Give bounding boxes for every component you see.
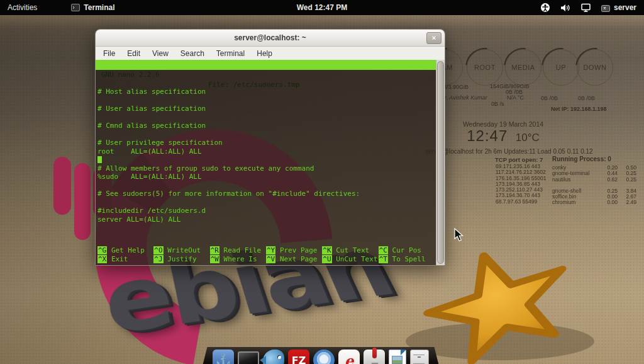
process-mem: 2.49 xyxy=(618,200,636,205)
gauge-label: MEDIA xyxy=(511,64,535,71)
menu-item[interactable]: Edit xyxy=(127,49,140,58)
nano-header-bar: GNU nano 2.2.6 File: /etc/sudoers.tmp xyxy=(96,60,436,70)
shortcut-key: ^T xyxy=(379,255,388,263)
scrollbar-thumb[interactable] xyxy=(437,61,444,264)
terminal-line: # User privilege specification xyxy=(97,139,434,147)
top-bar: Activities Terminal Wed 12:47 PM xyxy=(0,0,644,15)
process-list: conky 0.20 0.50 gnome-terminal 0.44 0.25… xyxy=(552,165,639,206)
shortcut-key: ^K xyxy=(322,246,331,254)
volume-icon[interactable] xyxy=(560,3,570,13)
terminal-line xyxy=(97,130,434,139)
dock: ⚓ FZ e xyxy=(200,347,441,364)
filezilla-logo-text: FZ xyxy=(292,355,306,364)
terminal-line xyxy=(97,198,434,207)
transmission-icon[interactable] xyxy=(364,350,385,364)
scrollbar[interactable] xyxy=(436,60,445,265)
menu-item[interactable]: Search xyxy=(180,49,204,58)
bluefish-icon[interactable] xyxy=(263,350,284,364)
nano-shortcut: ^K Cut Text xyxy=(322,246,378,254)
shortcut-key: ^R xyxy=(210,246,219,254)
shortcut-key: ^X xyxy=(97,255,107,263)
menu-item[interactable]: View xyxy=(152,49,169,58)
terminal-line xyxy=(97,79,434,88)
nano-shortcut: ^J Justify xyxy=(153,255,209,263)
gauge-ring: UP xyxy=(543,49,579,86)
gauge-ring: ROOT xyxy=(467,49,503,86)
rate-value: 0B /s xyxy=(491,101,504,107)
menu-bar: File Edit View Search Terminal Help xyxy=(96,47,445,60)
terminal-line xyxy=(97,156,434,164)
gauge-label: UP xyxy=(556,64,566,71)
process-name: gnome-terminal xyxy=(552,171,600,176)
shortcut-key: ^G xyxy=(97,246,107,254)
menu-item[interactable]: Help xyxy=(257,49,272,58)
file-cabinet-icon[interactable] xyxy=(410,350,429,364)
terminal-line xyxy=(97,181,434,190)
terminal-line xyxy=(97,113,434,122)
user-menu[interactable]: server xyxy=(601,3,636,12)
app-menu[interactable]: Terminal xyxy=(71,3,114,12)
filezilla-icon[interactable]: FZ xyxy=(288,350,309,364)
docky-anchor-icon[interactable]: ⚓ xyxy=(213,350,234,364)
process-name: conky xyxy=(552,165,600,171)
terminal-line: # User alias specification xyxy=(97,105,434,113)
chromium-icon[interactable] xyxy=(313,350,335,364)
process-name: soffice.bin xyxy=(552,194,600,200)
terminal-dock-icon[interactable] xyxy=(238,351,259,364)
nano-shortcut-bar: ^G Get Help ^O WriteOut ^R Read File ^Y … xyxy=(97,246,435,263)
gauge-ring: DOWN xyxy=(577,49,613,86)
close-button[interactable]: × xyxy=(426,32,441,44)
terminal-line: # Cmnd alias specification xyxy=(97,122,434,130)
shortcut-label: Prev Page xyxy=(280,246,318,254)
nano-shortcut: ^U UnCut Text xyxy=(322,255,378,263)
user-status-icon xyxy=(601,4,611,12)
terminal-line: #includedir /etc/sudoers.d xyxy=(97,207,434,215)
nano-shortcut: ^G Get Help xyxy=(97,246,153,254)
display-icon[interactable] xyxy=(580,3,591,13)
terminal-screen[interactable]: GNU nano 2.2.6 File: /etc/sudoers.tmp # … xyxy=(96,60,445,265)
tcp-connection: 68.7.97.63 55499 xyxy=(496,199,546,205)
shortcut-label: UnCut Text xyxy=(336,255,377,263)
process-cpu: 0.62 xyxy=(600,177,618,183)
process-name: gnome-shell xyxy=(552,188,600,194)
window-titlebar[interactable]: server@localhost: ~ × xyxy=(96,30,445,47)
window-title: server@localhost: ~ xyxy=(234,33,306,42)
shortcut-key: ^C xyxy=(379,246,388,254)
terminal-line: # Host alias specification xyxy=(97,88,434,96)
shortcut-label: To Spell xyxy=(392,255,426,263)
terminal-line: root ALL=(ALL:ALL) ALL xyxy=(97,147,434,156)
shortcut-label: WriteOut xyxy=(167,246,201,254)
menu-item[interactable]: File xyxy=(103,49,115,58)
shortcut-key: ^O xyxy=(153,246,163,254)
accessibility-icon[interactable] xyxy=(540,3,550,13)
evolution-icon[interactable]: e xyxy=(338,350,360,364)
conky-weather-temp: 10°C xyxy=(516,132,540,144)
libreoffice-writer-icon[interactable] xyxy=(389,350,406,364)
shortcut-key: ^Y xyxy=(266,246,275,254)
activities-button[interactable]: Activities xyxy=(0,0,45,15)
terminal-app-icon xyxy=(71,4,80,11)
nano-shortcut: ^X Exit xyxy=(97,255,153,263)
terminal-window: server@localhost: ~ × File Edit View Sea… xyxy=(95,29,445,266)
nano-shortcut: ^O WriteOut xyxy=(153,246,209,254)
terminal-line xyxy=(97,96,434,105)
app-menu-label: Terminal xyxy=(84,3,114,12)
process-name: chromium xyxy=(552,200,600,205)
nano-buffer: # Host alias specification # User alias … xyxy=(97,71,434,224)
upload-value: 0B /0B xyxy=(541,95,558,101)
terminal-line: # Allow members of group sudo to execute… xyxy=(97,164,434,173)
nano-shortcut: ^Y Prev Page xyxy=(266,246,322,254)
shortcut-label: Get Help xyxy=(111,246,145,254)
menu-item[interactable]: Terminal xyxy=(216,49,245,58)
user-name-label: server xyxy=(614,3,636,12)
process-name: nautilus xyxy=(552,177,600,183)
shortcut-key: ^J xyxy=(153,255,163,263)
shortcut-key: ^V xyxy=(266,255,275,263)
tcp-title: TCP port open: 7 xyxy=(495,156,543,163)
shortcut-key: ^U xyxy=(322,255,331,263)
shortcut-key: ^W xyxy=(210,255,219,263)
nano-shortcut: ^R Read File xyxy=(210,246,266,254)
conky-time-row: 12:47 10°C xyxy=(440,127,566,145)
download-value: 0B /0B xyxy=(578,95,595,101)
terminal-line xyxy=(97,71,434,79)
